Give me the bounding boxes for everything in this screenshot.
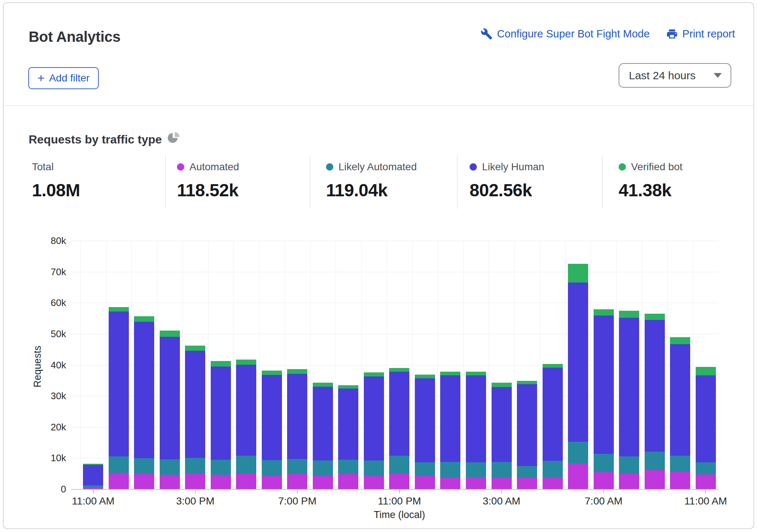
- segment-likely-human: [338, 389, 358, 460]
- stat-automated: Automated 118.52k: [177, 155, 239, 209]
- stacked-bar: [492, 241, 512, 489]
- segment-verified-bot: [262, 371, 282, 375]
- bar-3:00 PM[interactable]: [182, 241, 208, 489]
- stat-likely-automated-label: Likely Automated: [338, 161, 417, 173]
- segment-verified-bot: [236, 360, 256, 365]
- x-tick-mark: [399, 490, 400, 493]
- segment-likely-automated: [645, 452, 665, 470]
- bar-9:00 AM[interactable]: [642, 241, 667, 489]
- segment-likely-human: [670, 344, 690, 456]
- segment-verified-bot: [313, 383, 333, 387]
- x-tick-mark: [705, 490, 706, 493]
- configure-super-bot-fight-mode-link[interactable]: Configure Super Bot Fight Mode: [481, 28, 650, 40]
- segment-automated: [492, 478, 512, 489]
- segment-likely-human: [492, 387, 512, 462]
- bar-10:00 PM[interactable]: [361, 241, 387, 489]
- time-range-select[interactable]: Last 24 hours: [619, 63, 731, 88]
- bar-7:00 PM[interactable]: [285, 241, 310, 489]
- bar-7:00 AM[interactable]: [591, 241, 616, 489]
- segment-automated: [313, 475, 333, 489]
- stat-total: Total 1.08M: [32, 155, 80, 209]
- x-tick-mark: [501, 490, 502, 493]
- bar-12:00 PM[interactable]: [106, 241, 132, 489]
- segment-likely-automated: [389, 456, 409, 473]
- print-report-link[interactable]: Print report: [666, 28, 735, 40]
- segment-verified-bot: [645, 314, 665, 320]
- segment-likely-automated: [543, 461, 563, 477]
- bar-5:00 AM[interactable]: [540, 241, 565, 489]
- segment-likely-human: [543, 368, 563, 461]
- segment-automated: [645, 470, 665, 489]
- segment-likely-automated: [364, 460, 384, 475]
- segment-likely-automated: [109, 456, 129, 473]
- bar-4:00 AM[interactable]: [514, 241, 540, 489]
- bar-12:00 AM[interactable]: [412, 241, 438, 489]
- chart-bars: [80, 241, 718, 489]
- bar-2:00 PM[interactable]: [157, 241, 183, 489]
- segment-automated: [338, 474, 358, 489]
- bar-11:00 PM[interactable]: [387, 241, 412, 489]
- stat-automated-label: Automated: [189, 161, 239, 173]
- bar-8:00 AM[interactable]: [616, 241, 642, 489]
- stacked-bar: [645, 241, 665, 489]
- stacked-bar: [236, 241, 256, 489]
- bar-1:00 AM[interactable]: [438, 241, 463, 489]
- segment-automated: [185, 474, 205, 489]
- pie-chart-icon: [168, 132, 180, 147]
- stat-total-label: Total: [32, 161, 54, 173]
- segment-verified-bot: [696, 367, 716, 375]
- segment-verified-bot: [160, 331, 180, 337]
- bar-4:00 PM[interactable]: [208, 241, 234, 489]
- header-divider: [4, 105, 753, 106]
- y-axis-title: Requests: [32, 346, 43, 387]
- segment-likely-human: [594, 316, 614, 454]
- segment-likely-automated: [134, 458, 154, 474]
- add-filter-button[interactable]: + Add filter: [28, 67, 99, 89]
- segment-likely-automated: [211, 460, 231, 475]
- segment-likely-automated: [466, 462, 486, 477]
- printer-icon: [666, 28, 678, 40]
- segment-verified-bot: [492, 383, 512, 387]
- bar-2:00 AM[interactable]: [463, 241, 489, 489]
- bar-10:00 AM[interactable]: [667, 241, 693, 489]
- segment-automated: [287, 474, 307, 489]
- y-tick-label: 40k: [51, 359, 66, 371]
- bar-9:00 PM[interactable]: [336, 241, 361, 489]
- segment-likely-human: [619, 318, 639, 456]
- bar-11:00 AM[interactable]: [80, 241, 106, 489]
- add-filter-label: Add filter: [49, 72, 90, 84]
- segment-likely-automated: [313, 460, 333, 475]
- stat-divider: [310, 155, 310, 209]
- bar-3:00 AM[interactable]: [489, 241, 514, 489]
- segment-automated: [594, 472, 614, 489]
- segment-automated: [619, 474, 639, 489]
- bar-11:00 AM[interactable]: [693, 241, 718, 489]
- bar-6:00 AM[interactable]: [565, 241, 591, 489]
- bar-5:00 PM[interactable]: [233, 241, 259, 489]
- segment-automated: [364, 476, 384, 489]
- segment-likely-human: [185, 351, 205, 458]
- segment-automated: [160, 475, 180, 489]
- segment-verified-bot: [517, 381, 537, 384]
- segment-automated: [389, 474, 409, 489]
- bar-8:00 PM[interactable]: [310, 241, 336, 489]
- segment-likely-automated: [670, 456, 690, 472]
- stacked-bar: [160, 241, 180, 489]
- segment-automated: [211, 475, 231, 489]
- stat-likely-human: Likely Human 802.56k: [470, 155, 544, 209]
- bar-1:00 PM[interactable]: [131, 241, 157, 489]
- wrench-icon: [481, 28, 493, 40]
- bar-6:00 PM[interactable]: [259, 241, 285, 489]
- segment-verified-bot: [466, 372, 486, 375]
- y-tick-label: 70k: [51, 266, 66, 277]
- stat-divider: [165, 155, 166, 209]
- stat-likely-human-label: Likely Human: [482, 161, 544, 173]
- segment-automated: [236, 474, 256, 489]
- segment-likely-human: [389, 372, 409, 456]
- configure-link-label: Configure Super Bot Fight Mode: [497, 28, 650, 40]
- segment-automated: [568, 463, 588, 489]
- stat-total-value: 1.08M: [32, 180, 80, 200]
- segment-verified-bot: [543, 364, 563, 368]
- segment-likely-automated: [696, 462, 716, 474]
- stacked-bar: [466, 241, 486, 489]
